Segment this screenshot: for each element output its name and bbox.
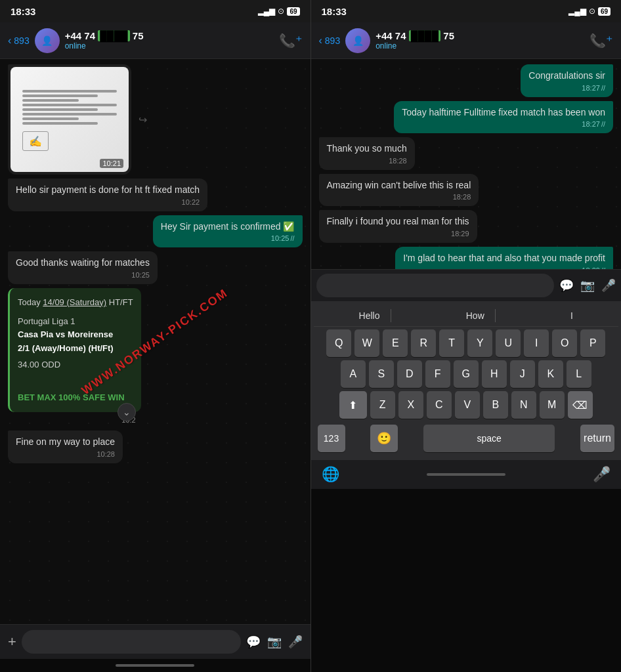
chat-area-left[interactable]: ✍ 10:21 ↪ Hello sir paym — [0, 59, 310, 624]
message-input-left[interactable] — [22, 630, 241, 654]
msg-hello-payment: Hello sir payment is done for ht ft fixe… — [8, 178, 303, 211]
key-h[interactable]: H — [482, 360, 507, 388]
battery-left: 69 — [287, 7, 299, 16]
avatar-right: 👤 — [345, 28, 370, 53]
keyboard-row-3: ⬆ Z X C V B N M ⌫ — [314, 391, 619, 419]
key-c[interactable]: C — [427, 391, 452, 419]
match-odd: 34.00 ODD — [18, 358, 133, 372]
suggestion-i[interactable]: I — [565, 309, 578, 322]
mic-icon-left[interactable]: 🎤 — [288, 635, 303, 649]
key-o[interactable]: O — [552, 329, 577, 357]
key-b[interactable]: B — [483, 391, 508, 419]
finally-text: Finally i found you real man for this — [327, 215, 469, 228]
key-y[interactable]: Y — [467, 329, 492, 357]
chat-header-left: ‹ 893 👤 +44 74 ████ 75 online 📞⁺ — [0, 22, 310, 59]
payment-image[interactable]: ✍ 10:21 — [11, 67, 129, 172]
camera-icon-left[interactable]: 📷 — [267, 635, 282, 649]
doc-preview: ✍ — [22, 88, 117, 151]
key-j[interactable]: J — [510, 360, 535, 388]
call-button-right[interactable]: 📞⁺ — [589, 33, 613, 49]
key-n[interactable]: N — [511, 391, 536, 419]
key-g[interactable]: G — [454, 360, 479, 388]
key-v[interactable]: V — [455, 391, 480, 419]
key-q[interactable]: Q — [326, 329, 351, 357]
congrats-checks: // — [601, 84, 605, 92]
status-bar-left: 18:33 ▂▄▆ ⊙ 69 — [0, 0, 310, 22]
sticker-icon-right[interactable]: 💬 — [559, 278, 574, 293]
home-indicator-left — [0, 659, 310, 672]
panel-right: 18:33 ▂▄▆ ⊙ 69 ‹ 893 👤 +44 74 ████ 75 on… — [311, 0, 622, 672]
scroll-down-button[interactable]: ⌄ — [118, 403, 136, 421]
msg-match-card: Today 14/09 (Saturday) HT/FT Portugal Li… — [8, 288, 303, 427]
key-r[interactable]: R — [411, 329, 436, 357]
suggestion-how[interactable]: How — [461, 309, 496, 322]
delete-key[interactable]: ⌫ — [568, 391, 593, 419]
back-button-right[interactable]: ‹ — [319, 35, 322, 47]
key-m[interactable]: M — [540, 391, 565, 419]
back-button-left[interactable]: ‹ — [8, 35, 11, 47]
msg-halftime: Today halftime Fulltime fixed match has … — [319, 101, 614, 134]
image-content: ✍ — [11, 67, 129, 172]
key-i[interactable]: I — [524, 329, 549, 357]
mic-icon-right[interactable]: 🎤 — [601, 278, 616, 293]
match-info-card: Today 14/09 (Saturday) HT/FT Portugal Li… — [8, 288, 141, 413]
key-z[interactable]: Z — [370, 391, 395, 419]
msg-good-thanks: Good thanks waiting for matches 10:25 — [8, 251, 303, 284]
key-x[interactable]: X — [398, 391, 423, 419]
globe-icon[interactable]: 🌐 — [322, 466, 339, 483]
avatar-image-left: 👤 — [35, 28, 60, 53]
msg-image: ✍ 10:21 ↪ — [8, 64, 303, 175]
key-e[interactable]: E — [383, 329, 408, 357]
status-bar-right: 18:33 ▂▄▆ ⊙ 69 — [311, 0, 622, 22]
mic-icon-bottom[interactable]: 🎤 — [593, 466, 610, 483]
key-s[interactable]: S — [369, 360, 394, 388]
status-time-left: 18:33 — [11, 6, 35, 17]
home-indicator-right — [427, 473, 505, 476]
emoji-key[interactable]: 🙂 — [370, 425, 398, 452]
status-time-right: 18:33 — [322, 6, 347, 17]
suggestions-bar: Hello How I — [314, 305, 619, 327]
glad-time: 18:29 // — [403, 266, 605, 269]
msg-confirmed: Hey Sir payment is confirmed ✅ 10:25 // — [8, 215, 303, 248]
congrats-time: 18:27 // — [528, 84, 605, 92]
msg-finally: Finally i found you real man for this 18… — [319, 210, 614, 243]
msg-amazing: Amazing win can't belive this is real 18… — [319, 174, 614, 207]
sticker-icon-left[interactable]: 💬 — [246, 635, 261, 649]
wifi-icon-left: ⊙ — [278, 7, 284, 16]
space-key[interactable]: space — [423, 425, 555, 452]
image-time: 10:21 — [100, 159, 123, 168]
back-count-left[interactable]: 893 — [14, 35, 29, 46]
msg-text-gt: Good thanks waiting for matches — [16, 257, 150, 270]
glad-text: I'm glad to hear that and also that you … — [403, 252, 605, 265]
key-f[interactable]: F — [425, 360, 450, 388]
key-p[interactable]: P — [580, 329, 605, 357]
key-k[interactable]: K — [538, 360, 563, 388]
camera-icon-right[interactable]: 📷 — [580, 278, 595, 293]
suggestion-hello[interactable]: Hello — [354, 309, 391, 322]
key-d[interactable]: D — [397, 360, 422, 388]
chat-header-right: ‹ 893 👤 +44 74 ████ 75 online 📞⁺ — [311, 22, 622, 59]
back-count-right[interactable]: 893 — [325, 35, 340, 46]
status-icons-right: ▂▄▆ ⊙ 69 — [568, 7, 610, 16]
keyboard-bottom-bar: 🌐 🎤 — [311, 460, 622, 489]
return-key[interactable]: return — [580, 425, 614, 452]
key-u[interactable]: U — [496, 329, 521, 357]
msg-time: 10:22 — [16, 198, 200, 206]
call-button-left[interactable]: 📞⁺ — [279, 33, 303, 49]
key-l[interactable]: L — [567, 360, 591, 388]
amazing-time: 18:28 — [327, 193, 471, 201]
chat-area-right[interactable]: Congratulations sir 18:27 // Today halft… — [311, 59, 622, 269]
forward-icon[interactable]: ↪ — [139, 114, 147, 126]
message-input-right[interactable] — [316, 274, 555, 297]
glad-checks: // — [601, 266, 605, 269]
plus-button-left[interactable]: + — [8, 633, 16, 650]
num-key[interactable]: 123 — [318, 425, 345, 452]
contact-name-left: +44 74 ████ 75 — [65, 30, 271, 41]
shift-key[interactable]: ⬆ — [339, 391, 367, 419]
key-t[interactable]: T — [439, 329, 464, 357]
msg-time-out: 10:25 // — [161, 234, 295, 242]
key-a[interactable]: A — [341, 360, 366, 388]
status-icons-left: ▂▄▆ ⊙ 69 — [258, 7, 300, 16]
key-w[interactable]: W — [354, 329, 379, 357]
keyboard: Hello How I Q W E R T Y U I O P A S D F … — [311, 301, 622, 460]
